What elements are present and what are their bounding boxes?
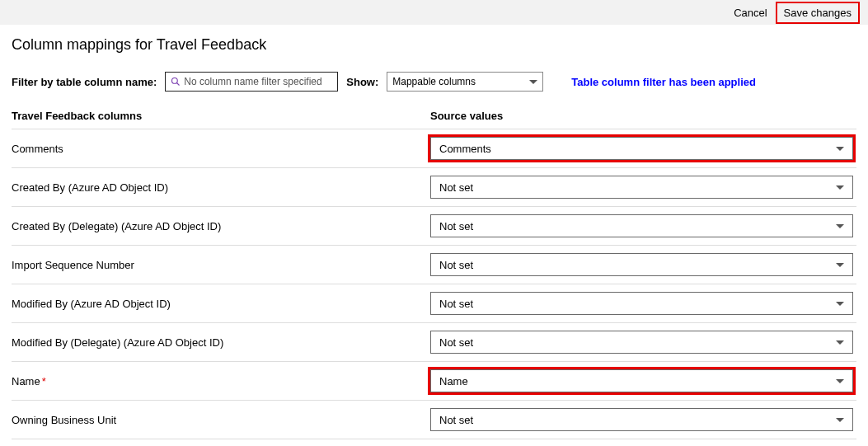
source-value: Not set xyxy=(439,336,473,349)
source-cell: Not set xyxy=(430,408,856,431)
source-cell: Not set xyxy=(430,176,856,199)
filter-input[interactable]: No column name filter specified xyxy=(165,72,338,92)
source-select[interactable]: Not set xyxy=(430,292,853,315)
top-bar: Cancel Save changes xyxy=(0,0,868,25)
table-headers: Travel Feedback columns Source values xyxy=(12,110,856,129)
source-cell: Not set xyxy=(430,331,856,354)
chevron-down-icon xyxy=(836,185,844,190)
column-label: Created By (Azure AD Object ID) xyxy=(12,181,430,194)
header-source: Source values xyxy=(430,110,856,122)
chevron-down-icon xyxy=(529,80,537,84)
source-value: Comments xyxy=(439,143,491,155)
source-cell: Not set xyxy=(430,214,856,237)
column-label: Import Sequence Number xyxy=(12,259,430,271)
column-label: Created By (Delegate) (Azure AD Object I… xyxy=(12,220,430,232)
show-label: Show: xyxy=(346,76,378,88)
source-value: Name xyxy=(439,375,468,387)
source-cell: Not set xyxy=(430,253,856,276)
page-title: Column mappings for Travel Feedback xyxy=(12,36,856,54)
source-select[interactable]: Not set xyxy=(430,408,853,431)
column-label: Name* xyxy=(12,375,430,387)
column-label: Comments xyxy=(12,143,430,155)
source-cell: Not set xyxy=(430,292,856,315)
filter-placeholder: No column name filter specified xyxy=(184,76,321,87)
header-columns: Travel Feedback columns xyxy=(12,110,430,122)
svg-point-0 xyxy=(172,78,178,84)
table-row: Created By (Azure AD Object ID)Not set xyxy=(12,168,856,207)
cancel-button[interactable]: Cancel xyxy=(727,3,773,22)
required-marker: * xyxy=(42,375,46,387)
chevron-down-icon xyxy=(836,340,844,345)
chevron-down-icon xyxy=(836,263,844,267)
table-row: Import Sequence NumberNot set xyxy=(12,246,856,284)
chevron-down-icon xyxy=(836,379,844,383)
table-row: Owning Business UnitNot set xyxy=(12,401,856,439)
source-value: Not set xyxy=(439,298,473,310)
column-label: Modified By (Delegate) (Azure AD Object … xyxy=(12,336,430,349)
source-value: Not set xyxy=(439,414,473,426)
source-cell: Comments xyxy=(430,137,856,160)
filter-applied-msg: Table column filter has been applied xyxy=(571,76,756,88)
source-value: Not set xyxy=(439,220,473,232)
source-value: Not set xyxy=(439,181,473,194)
chevron-down-icon xyxy=(836,224,844,228)
chevron-down-icon xyxy=(836,302,844,306)
table-row: CommentsComments xyxy=(12,129,856,168)
source-select[interactable]: Not set xyxy=(430,214,853,237)
source-select[interactable]: Name xyxy=(430,369,853,392)
table-row: Created By (Delegate) (Azure AD Object I… xyxy=(12,207,856,246)
source-select[interactable]: Not set xyxy=(430,331,853,354)
table-row: Modified By (Azure AD Object ID)Not set xyxy=(12,284,856,323)
column-label: Owning Business Unit xyxy=(12,414,430,426)
chevron-down-icon xyxy=(836,418,844,422)
filter-row: Filter by table column name: No column n… xyxy=(12,72,856,92)
source-value: Not set xyxy=(439,259,473,271)
source-cell: Name xyxy=(430,369,856,392)
table-row: Name*Name xyxy=(12,362,856,401)
chevron-down-icon xyxy=(836,147,844,151)
save-button[interactable]: Save changes xyxy=(777,3,858,22)
source-select[interactable]: Not set xyxy=(430,253,853,276)
save-highlight: Save changes xyxy=(776,2,860,24)
show-select[interactable]: Mappable columns xyxy=(387,72,543,92)
column-label: Modified By (Azure AD Object ID) xyxy=(12,298,430,310)
svg-line-1 xyxy=(177,83,180,86)
filter-label: Filter by table column name: xyxy=(12,76,157,88)
search-icon xyxy=(171,77,181,87)
table-row: Modified By (Delegate) (Azure AD Object … xyxy=(12,323,856,362)
show-value: Mappable columns xyxy=(392,76,476,87)
source-select[interactable]: Comments xyxy=(430,137,853,160)
source-select[interactable]: Not set xyxy=(430,176,853,199)
rows-container: CommentsCommentsCreated By (Azure AD Obj… xyxy=(12,129,856,439)
